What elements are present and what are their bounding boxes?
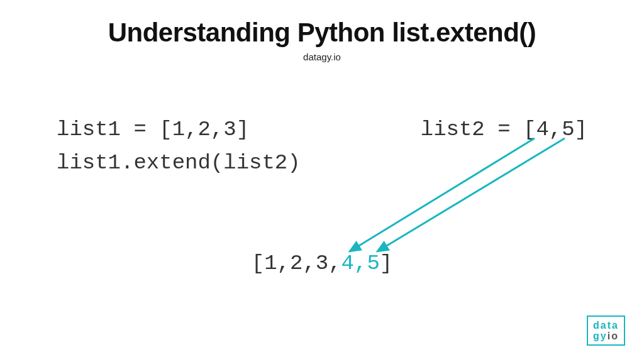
result-list: [1,2,3,4,5] bbox=[0, 251, 644, 275]
code-block: list1 = [1,2,3] list2 = [4,5] list1.exte… bbox=[57, 113, 587, 179]
result-close-bracket: ] bbox=[380, 251, 392, 275]
code-extend-call: list1.extend(list2) bbox=[57, 146, 587, 180]
result-original-values: 1,2,3, bbox=[264, 251, 341, 275]
code-list1-assign: list1 = [1,2,3] bbox=[57, 113, 249, 146]
logo-row2b: io bbox=[608, 331, 619, 341]
page-title: Understanding Python list.extend() bbox=[0, 18, 644, 48]
code-list2-assign: list2 = [4,5] bbox=[421, 113, 587, 146]
result-open-bracket: [ bbox=[252, 251, 264, 275]
result-extended-values: 4,5 bbox=[341, 251, 380, 275]
logo-row1: data bbox=[593, 321, 619, 331]
logo-row2a: gy bbox=[593, 331, 608, 341]
page-subtitle: datagy.io bbox=[0, 52, 644, 62]
datagy-logo: data gyio bbox=[587, 315, 625, 346]
